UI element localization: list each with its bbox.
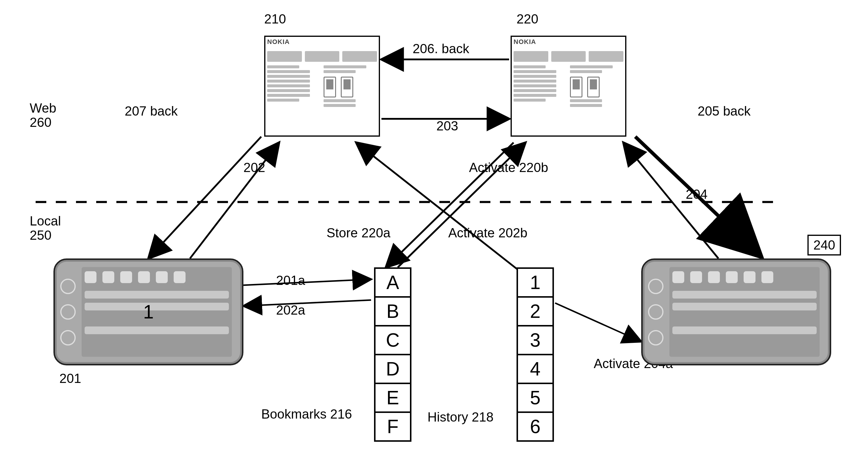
svg-line-5 (243, 279, 371, 285)
history-cell-6: 6 (517, 411, 554, 442)
label-history-218: History 218 (428, 410, 494, 424)
bookmarks-cell-B: B (374, 296, 411, 326)
bookmarks-cell-A: A (374, 267, 411, 298)
history-cell-3: 3 (517, 325, 554, 355)
label-206-back: 206. back (413, 41, 469, 56)
bookmarks-cell-F: F (374, 411, 411, 442)
diagram-canvas: Web 260 Local 250 210 NOKIA 220 NOKIA (0, 0, 868, 456)
history-cell-5: 5 (517, 382, 554, 413)
history-cell-1: 1 (517, 267, 554, 298)
bookmarks-cell-D: D (374, 354, 411, 384)
label-204: 204 (686, 187, 707, 201)
label-202: 202 (243, 161, 265, 175)
history-cell-4: 4 (517, 354, 554, 384)
label-203: 203 (436, 119, 458, 133)
ref-201: 201 (59, 371, 81, 386)
svg-line-6 (243, 300, 371, 306)
label-207-back: 207 back (125, 104, 178, 118)
stack-history: 123456 (517, 267, 554, 442)
phone-201: 1 (54, 258, 243, 365)
label-205-back: 205 back (698, 104, 751, 118)
brand-220: NOKIA (514, 38, 536, 46)
svg-line-3 (190, 143, 279, 258)
history-cell-2: 2 (517, 296, 554, 326)
label-store-220a: Store 220a (327, 226, 390, 240)
webpage-210: NOKIA (264, 36, 380, 137)
label-activate-202b: Activate 202b (448, 226, 528, 240)
region-local-label: Local 250 (30, 214, 77, 243)
bookmarks-cell-C: C (374, 325, 411, 355)
stack-bookmarks: ABCDEF (374, 267, 411, 442)
brand-210: NOKIA (267, 38, 290, 46)
svg-line-10 (555, 303, 641, 342)
region-web-label: Web 260 (30, 101, 77, 130)
label-202a: 202a (276, 303, 305, 317)
ref-220: 220 (517, 12, 538, 26)
label-activate-220b: Activate 220b (469, 161, 548, 175)
label-bookmarks-216: Bookmarks 216 (261, 407, 356, 421)
bookmarks-cell-E: E (374, 382, 411, 413)
label-201a: 201a (276, 273, 305, 288)
ref-210: 210 (264, 12, 286, 26)
phone-240 (641, 258, 831, 365)
svg-line-4 (148, 137, 261, 258)
ref-240: 240 (807, 235, 841, 255)
webpage-220: NOKIA (510, 36, 626, 137)
phone-201-center: 1 (143, 301, 154, 323)
overlay-svg (0, 0, 868, 456)
